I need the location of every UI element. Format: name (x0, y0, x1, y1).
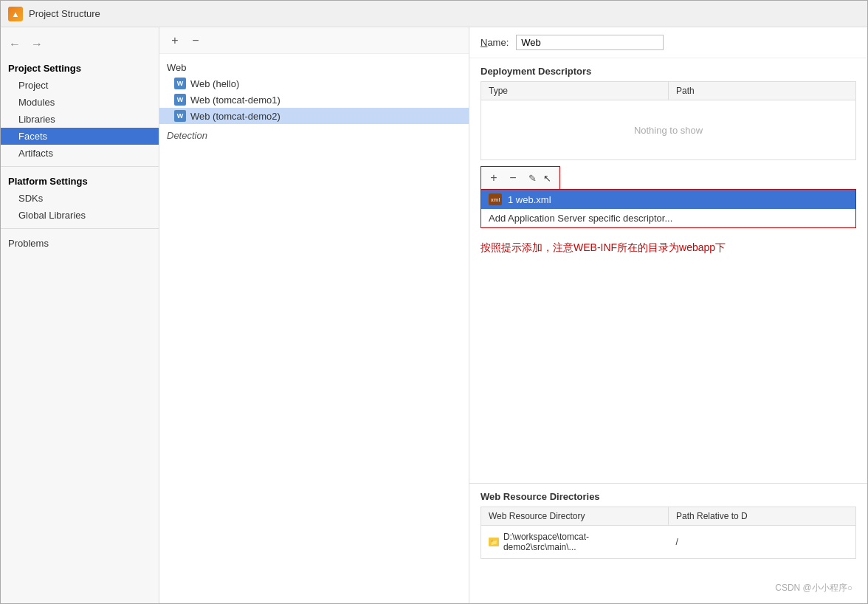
popup-remove-button[interactable]: − (505, 170, 521, 186)
empty-state-label: Nothing to show (634, 125, 703, 136)
nav-controls: ← → (1, 33, 159, 58)
app-logo: ▲ (8, 7, 23, 21)
facets-tree: Web W Web (hello) W Web (tomcat-demo1) W… (159, 54, 469, 603)
popup-dropdown: xml 1 web.xml Add Application Server spe… (480, 189, 856, 228)
detection-label: Detection (159, 124, 469, 147)
annotation-text: 按照提示添加，注意WEB-INF所在的目录为webapp下 (469, 234, 867, 262)
path-column-header: Path (669, 82, 855, 100)
sidebar-item-global-libraries[interactable]: Global Libraries (1, 207, 159, 224)
web-resource-title: Web Resource Directories (469, 484, 867, 507)
popup-item-webxml[interactable]: xml 1 web.xml (481, 190, 855, 209)
popup-area: + − ✎ ↖ xml 1 web.xml (480, 166, 856, 228)
tree-item-label: Web (tomcat-demo2) (190, 111, 280, 122)
tree-item-web-hello[interactable]: W Web (hello) (159, 75, 469, 92)
webxml-icon: xml (489, 193, 502, 205)
minus-icon: − (509, 172, 516, 184)
watermark: CSDN @小小程序○ (775, 582, 852, 594)
popup-toolbar: + − ✎ ↖ (480, 166, 560, 189)
edit-icon: ✎ (528, 174, 537, 183)
web-facet-icon: W (174, 110, 186, 122)
sidebar-item-artifacts[interactable]: Artifacts (1, 145, 159, 162)
remove-facet-button[interactable]: − (187, 32, 204, 49)
name-label: Name: (480, 37, 509, 48)
popup-item-app-server-label: Add Application Server specific descript… (489, 213, 672, 224)
sidebar-item-modules[interactable]: Modules (1, 94, 159, 111)
sidebar-item-libraries[interactable]: Libraries (1, 111, 159, 128)
web-facet-icon: W (174, 78, 186, 89)
popup-add-button[interactable]: + (486, 170, 502, 186)
web-resource-row: 📁 D:\workspace\tomcat-demo2\src\main\...… (481, 526, 855, 558)
forward-button[interactable]: → (29, 36, 45, 52)
popup-edit-button[interactable]: ✎ (524, 170, 540, 186)
tree-item-label: Web (tomcat-demo1) (190, 95, 280, 106)
sidebar-item-sdks[interactable]: SDKs (1, 190, 159, 207)
plus-icon: + (490, 172, 497, 184)
popup-item-label: 1 web.xml (508, 194, 551, 205)
tree-item-web-tomcat2[interactable]: W Web (tomcat-demo2) (159, 108, 469, 124)
window-title: Project Structure (29, 8, 100, 19)
sidebar-item-project[interactable]: Project (1, 77, 159, 94)
middle-toolbar: + − (159, 27, 469, 54)
deployment-descriptors-table: Type Path Nothing to show (480, 81, 856, 160)
popup-item-app-server[interactable]: Add Application Server specific descript… (481, 209, 855, 227)
sidebar: ← → Project Settings Project Modules Lib… (1, 27, 159, 603)
sidebar-divider-2 (1, 228, 159, 229)
title-bar: ▲ Project Structure (1, 1, 867, 27)
project-settings-header: Project Settings (1, 58, 159, 77)
add-facet-button[interactable]: + (167, 32, 183, 49)
middle-panel: + − Web W Web (hello) W Web (tomcat-demo… (159, 27, 469, 603)
web-resource-section: Web Resource Directories Web Resource Di… (469, 483, 867, 559)
sidebar-item-facets[interactable]: Facets (1, 128, 159, 145)
web-resource-header: Web Resource Directory Path Relative to … (481, 507, 855, 526)
web-resource-table: Web Resource Directory Path Relative to … (480, 507, 856, 559)
deployment-descriptors-title: Deployment Descriptors (469, 58, 867, 81)
web-resource-dir-header: Web Resource Directory (481, 507, 669, 525)
web-resource-path-header: Path Relative to D (669, 507, 855, 525)
table-header-row: Type Path (481, 82, 855, 100)
web-resource-dir-cell: 📁 D:\workspace\tomcat-demo2\src\main\... (481, 529, 669, 555)
web-facet-icon: W (174, 94, 186, 106)
type-column-header: Type (481, 82, 669, 100)
main-window: ▲ Project Structure ← → Project Settings… (0, 0, 868, 604)
platform-settings-header: Platform Settings (1, 171, 159, 190)
dir-path-label: D:\workspace\tomcat-demo2\src\main\... (503, 532, 661, 552)
name-input[interactable] (516, 35, 664, 50)
web-group-label: Web (159, 60, 469, 75)
table-body: Nothing to show (481, 100, 855, 159)
back-button[interactable]: ← (7, 36, 23, 52)
right-panel: Name: Deployment Descriptors Type Path N… (469, 27, 867, 603)
name-row: Name: (469, 27, 867, 58)
sidebar-item-problems[interactable]: Problems (1, 233, 159, 252)
content-area: ← → Project Settings Project Modules Lib… (1, 27, 867, 603)
web-resource-relative-cell: / (669, 534, 856, 550)
tree-item-web-tomcat1[interactable]: W Web (tomcat-demo1) (159, 92, 469, 108)
folder-icon: 📁 (489, 538, 499, 546)
cursor-position: ↖ (543, 172, 555, 184)
sidebar-divider (1, 166, 159, 167)
tree-item-label: Web (hello) (190, 78, 239, 89)
